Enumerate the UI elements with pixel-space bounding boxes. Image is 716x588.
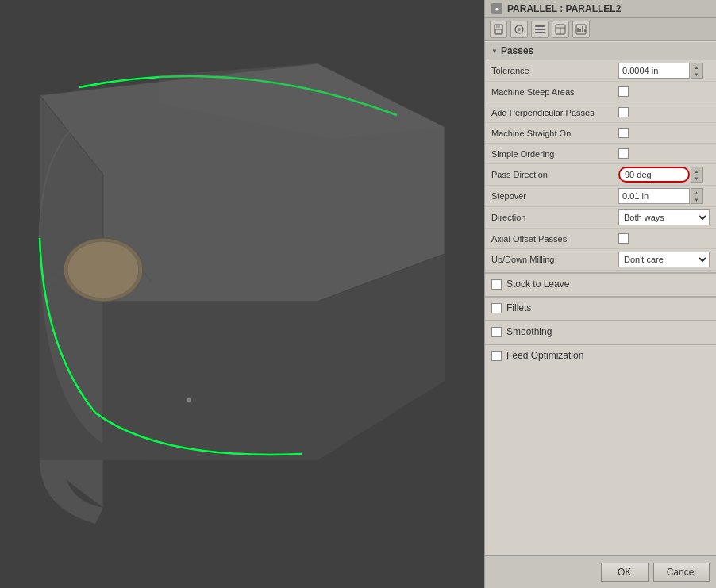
axial-offset-row: Axial Offset Passes (485, 229, 716, 249)
tolerance-input[interactable] (618, 63, 690, 79)
panel-content: ▼ Passes Tolerance ▲ ▼ Machine Steep Are… (485, 41, 716, 555)
updown-milling-row: Up/Down Milling Don't care Conventional … (485, 249, 716, 271)
pass-direction-label: Pass Direction (491, 170, 618, 179)
simple-ordering-row: Simple Ordering (485, 144, 716, 164)
tolerance-label: Tolerance (491, 66, 618, 75)
ok-button[interactable]: OK (601, 563, 649, 582)
pass-direction-spinner-down[interactable]: ▼ (691, 175, 702, 182)
stepover-value: ▲ ▼ (618, 188, 710, 204)
stepover-label: Stepover (491, 191, 618, 201)
feed-optimization-checkbox[interactable] (491, 351, 502, 361)
smoothing-section: Smoothing (485, 320, 716, 342)
add-perpendicular-row: Add Perpendicular Passes (485, 102, 716, 123)
direction-value: Both ways One way Uphill Downhill (618, 209, 710, 225)
fillets-header[interactable]: Fillets (485, 298, 716, 318)
pass-direction-input[interactable] (618, 167, 690, 183)
machine-steep-areas-value (618, 86, 710, 97)
pass-direction-spinner[interactable]: ▲ ▼ (691, 167, 703, 183)
fillets-label: Fillets (506, 302, 531, 313)
pass-direction-value: ▲ ▼ (618, 167, 710, 183)
passes-label: Passes (501, 45, 533, 56)
smoothing-checkbox[interactable] (491, 327, 502, 337)
direction-label: Direction (491, 213, 618, 222)
machine-straight-on-checkbox[interactable] (618, 128, 629, 138)
direction-row: Direction Both ways One way Uphill Downh… (485, 207, 716, 229)
toolbar-tool-btn[interactable] (510, 21, 528, 38)
updown-milling-select[interactable]: Don't care Conventional Climb (618, 252, 710, 267)
updown-milling-label: Up/Down Milling (491, 255, 618, 264)
passes-section-header[interactable]: ▼ Passes (485, 41, 716, 60)
updown-milling-value: Don't care Conventional Climb (618, 252, 710, 267)
machine-straight-on-value (618, 128, 710, 138)
svg-point-7 (187, 398, 191, 402)
fillets-section: Fillets (485, 296, 716, 318)
direction-select[interactable]: Both ways One way Uphill Downhill (618, 209, 710, 225)
machine-steep-areas-checkbox[interactable] (618, 86, 629, 97)
add-perpendicular-label: Add Perpendicular Passes (491, 108, 618, 117)
feed-optimization-label: Feed Optimization (506, 350, 583, 361)
stock-to-leave-checkbox[interactable] (491, 279, 502, 290)
spinner-up[interactable]: ▲ (691, 63, 702, 71)
panel-title: PARALLEL : PARALLEL2 (507, 3, 621, 14)
svg-rect-9 (496, 25, 500, 28)
machine-steep-areas-label: Machine Steep Areas (491, 87, 618, 97)
simple-ordering-checkbox[interactable] (618, 148, 629, 159)
stock-to-leave-section: Stock to Leave (485, 272, 716, 294)
panel-toolbar (485, 18, 716, 41)
properties-panel: ● PARALLEL : PARALLEL2 ▼ Passes Toleranc… (484, 0, 716, 588)
tolerance-spinner[interactable]: ▲ ▼ (691, 63, 703, 79)
stepover-input[interactable] (618, 188, 690, 204)
smoothing-header[interactable]: Smoothing (485, 321, 716, 342)
3d-viewport (0, 0, 484, 588)
stepover-spinner-down[interactable]: ▼ (691, 196, 702, 203)
cancel-button[interactable]: Cancel (653, 563, 710, 582)
pass-direction-spinner-up[interactable]: ▲ (691, 167, 702, 175)
svg-rect-13 (535, 25, 545, 27)
simple-ordering-label: Simple Ordering (491, 149, 618, 159)
fillets-checkbox[interactable] (491, 303, 502, 313)
toolbar-save-btn[interactable] (490, 21, 507, 38)
axial-offset-checkbox[interactable] (618, 233, 629, 244)
stepover-spinner-up[interactable]: ▲ (691, 189, 702, 196)
feed-optimization-section: Feed Optimization (485, 344, 716, 366)
toolbar-table-btn[interactable] (552, 21, 569, 38)
toolbar-settings-btn[interactable] (531, 21, 549, 38)
toolbar-chart-btn[interactable] (572, 21, 590, 38)
stepover-row: Stepover ▲ ▼ (485, 186, 716, 207)
pass-direction-row: Pass Direction ▲ ▼ (485, 164, 716, 186)
svg-point-5 (67, 241, 139, 298)
simple-ordering-value (618, 148, 710, 159)
panel-footer: OK Cancel (485, 555, 716, 588)
machine-steep-areas-row: Machine Steep Areas (485, 82, 716, 102)
tolerance-row: Tolerance ▲ ▼ (485, 60, 716, 82)
add-perpendicular-value (618, 107, 710, 117)
stock-to-leave-label: Stock to Leave (506, 279, 569, 290)
stepover-spinner[interactable]: ▲ ▼ (691, 188, 703, 204)
svg-rect-10 (495, 29, 502, 33)
machine-straight-on-row: Machine Straight On (485, 123, 716, 144)
svg-point-12 (518, 28, 521, 31)
smoothing-label: Smoothing (506, 326, 552, 337)
stock-to-leave-header[interactable]: Stock to Leave (485, 274, 716, 294)
axial-offset-label: Axial Offset Passes (491, 234, 618, 244)
title-icon: ● (491, 3, 502, 14)
feed-optimization-header[interactable]: Feed Optimization (485, 345, 716, 366)
axial-offset-value (618, 233, 710, 244)
machine-straight-on-label: Machine Straight On (491, 129, 618, 138)
panel-title-bar: ● PARALLEL : PARALLEL2 (485, 0, 716, 18)
tolerance-value: ▲ ▼ (618, 63, 710, 79)
svg-rect-15 (535, 32, 545, 33)
svg-rect-14 (535, 29, 545, 30)
add-perpendicular-checkbox[interactable] (618, 107, 629, 117)
spinner-down[interactable]: ▼ (691, 71, 702, 78)
passes-arrow: ▼ (491, 48, 498, 55)
